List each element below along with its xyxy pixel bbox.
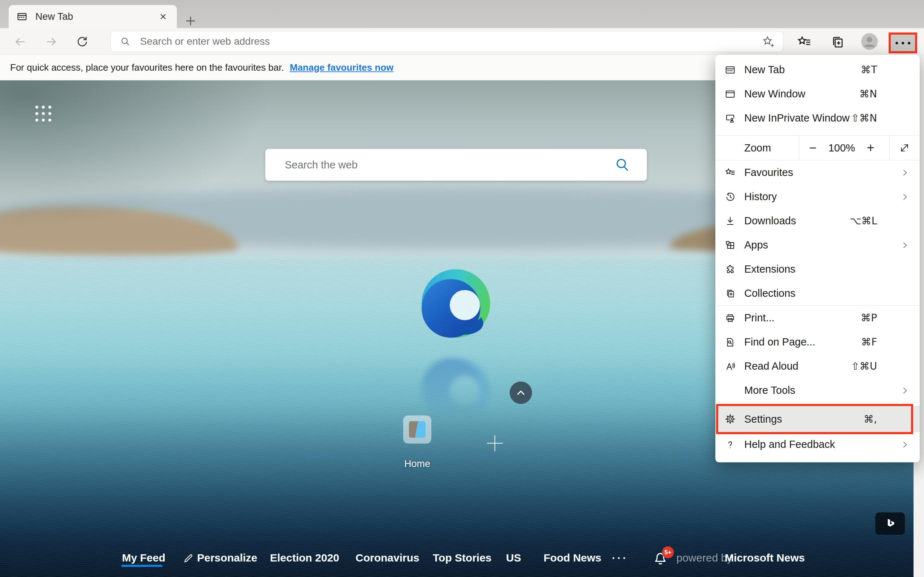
new-window-icon [725,89,736,100]
bottom-nav-food-news[interactable]: Food News [544,552,601,564]
edge-logo [415,264,497,346]
tab-title: New Tab [36,11,156,23]
menu-item-shortcut: ⌘N [859,88,877,100]
bottom-nav-personalize[interactable]: Personalize [197,552,257,564]
menu-zoom-row: Zoom − 100% + [716,135,920,160]
menu-item-new-inprivate-window[interactable]: New InPrivate Window ⇧⌘N [716,106,920,130]
inprivate-icon [725,113,736,124]
spacer [725,385,736,396]
find-on-page-icon [725,337,736,348]
zoom-in-button[interactable]: + [867,140,874,155]
menu-item-label: Extensions [744,263,795,275]
menu-item-shortcut: ⌘T [861,64,877,76]
gear-icon [725,414,736,424]
bottom-nav-coronavirus[interactable]: Coronavirus [355,552,419,564]
bottom-nav-my-feed[interactable]: My Feed [122,552,165,564]
app-launcher-grid-icon[interactable] [36,106,51,121]
menu-item-label: Downloads [744,215,796,227]
help-question-icon [725,439,736,450]
menu-item-label: Print... [744,312,775,324]
address-bar[interactable]: Search or enter web address [110,31,783,52]
profile-avatar[interactable] [861,33,878,50]
menu-item-shortcut: ⇧⌘N [851,112,877,124]
menu-item-label: New InPrivate Window [744,112,850,124]
menu-item-history[interactable]: History [716,185,920,209]
powered-by-text: powered by [677,552,732,564]
menu-item-label: History [744,191,777,203]
bing-logo-button[interactable] [875,513,905,535]
manage-favourites-link[interactable]: Manage favourites now [290,62,394,73]
menu-item-read-aloud[interactable]: Read Aloud ⇧⌘U [716,354,920,378]
more-menu-button[interactable] [888,32,917,53]
menu-item-collections[interactable]: Collections [716,281,920,305]
menu-item-favourites[interactable]: Favourites [716,161,920,185]
bottom-nav-us[interactable]: US [506,552,521,564]
menu-item-settings[interactable]: Settings ⌘, [716,406,920,432]
forward-button[interactable] [44,35,58,49]
menu-item-label: New Window [744,88,805,100]
puzzle-piece-icon [725,264,736,275]
favourites-bar-icon[interactable] [796,34,813,50]
menu-item-label: New Tab [744,64,785,76]
menu-item-label: Read Aloud [744,360,798,372]
menu-item-new-tab[interactable]: New Tab ⌘T [716,58,920,82]
chevron-right-icon [901,441,909,449]
apps-grid-icon [725,240,736,251]
menu-item-shortcut: ⇧⌘U [851,360,877,372]
edge-browser-window: New Tab Search or enter web address [0,0,924,577]
menu-item-help-and-feedback[interactable]: Help and Feedback [716,432,920,456]
home-shortcut-thumbnail [409,421,426,438]
menu-item-find-on-page[interactable]: Find on Page... ⌘F [716,330,920,354]
fullscreen-icon[interactable] [899,142,910,153]
bottom-nav-top-stories[interactable]: Top Stories [433,552,492,564]
reload-button[interactable] [75,35,89,49]
bottom-nav-more-icon[interactable] [611,557,627,559]
scroll-up-button[interactable] [510,382,532,404]
favourites-icon [725,167,736,178]
download-arrow-icon [725,216,736,226]
new-tab-button[interactable] [183,13,199,29]
menu-item-shortcut: ⌥⌘L [850,215,877,227]
add-favourite-star-icon[interactable] [761,34,775,49]
collections-cards-icon [725,288,736,299]
chevron-right-icon [901,169,909,177]
tab-bar: New Tab [0,0,924,28]
search-icon [120,36,131,47]
menu-item-shortcut: ⌘, [864,413,877,425]
menu-divider [716,403,920,403]
collections-icon[interactable] [829,34,845,50]
menu-item-label: More Tools [744,384,795,396]
printer-icon [725,313,736,324]
menu-item-downloads[interactable]: Downloads ⌥⌘L [716,209,920,233]
search-magnifier-icon[interactable] [614,157,630,173]
menu-item-label: Settings [744,413,782,425]
tab-close-icon[interactable] [156,10,170,24]
read-aloud-icon [725,361,736,372]
ellipsis-icon [895,42,898,44]
tab-favicon-icon [16,11,27,22]
web-search-placeholder: Search the web [285,159,358,171]
home-shortcut-label: Home [393,458,441,469]
zoom-out-button[interactable]: − [809,140,816,155]
back-button[interactable] [13,35,27,49]
menu-item-label: Apps [744,239,768,251]
active-tab-underline [121,565,162,567]
menu-item-label: Favourites [744,167,793,179]
menu-item-extensions[interactable]: Extensions [716,257,920,281]
pencil-icon [183,553,194,564]
zoom-level-value: 100% [828,142,855,154]
tab-new-tab[interactable]: New Tab [9,5,177,28]
zoom-label: Zoom [744,142,771,154]
home-shortcut-tile[interactable] [403,416,431,443]
chevron-right-icon [901,387,909,395]
chevron-right-icon [901,241,909,249]
address-placeholder: Search or enter web address [140,36,270,47]
menu-item-print[interactable]: Print... ⌘P [716,306,920,330]
web-search-box[interactable]: Search the web [265,149,647,181]
bottom-nav-election-2020[interactable]: Election 2020 [270,552,339,564]
menu-item-new-window[interactable]: New Window ⌘N [716,82,920,106]
notification-count-badge: 5+ [662,546,674,558]
menu-item-apps[interactable]: Apps [716,233,920,257]
menu-item-more-tools[interactable]: More Tools [716,378,920,403]
new-tab-icon [725,64,736,76]
